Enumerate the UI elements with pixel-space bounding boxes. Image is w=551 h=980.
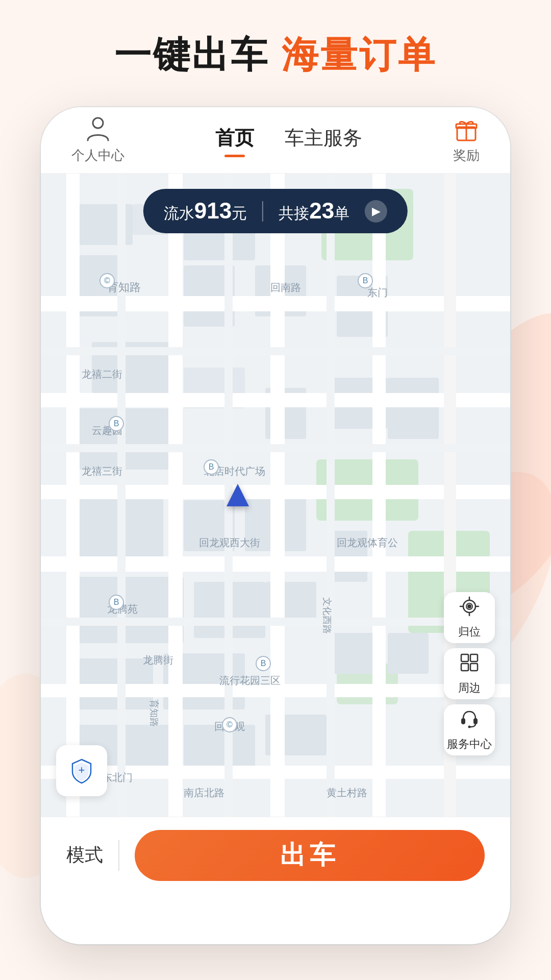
- svg-text:流行花园三区: 流行花园三区: [219, 675, 281, 686]
- svg-rect-93: [461, 654, 468, 662]
- nav-reward[interactable]: 奖励: [453, 116, 480, 164]
- nearby-label: 周边: [458, 680, 481, 696]
- svg-text:回龙观西大街: 回龙观西大街: [199, 537, 260, 548]
- svg-rect-35: [388, 378, 439, 439]
- svg-rect-96: [470, 664, 478, 671]
- svg-text:B: B: [363, 276, 368, 285]
- svg-rect-43: [66, 174, 80, 817]
- service-center-button[interactable]: 服务中心: [444, 704, 495, 755]
- svg-rect-97: [461, 718, 465, 724]
- svg-text:B: B: [261, 659, 266, 668]
- svg-text:龙禧三街: 龙禧三街: [82, 465, 122, 477]
- reward-label: 奖励: [453, 146, 480, 164]
- svg-text:东门: 东门: [367, 287, 388, 298]
- slogan-orange: 海量订单: [282, 34, 437, 75]
- nav-tabs: 首页 车主服务: [215, 125, 362, 155]
- svg-rect-49: [41, 444, 510, 452]
- start-driving-button[interactable]: 出车: [135, 830, 485, 881]
- svg-text:育知路: 育知路: [149, 699, 159, 727]
- bottom-divider: [118, 840, 119, 871]
- slogan-black: 一键出车: [114, 34, 269, 75]
- svg-text:龙禧二街: 龙禧二街: [82, 369, 122, 380]
- person-icon: [85, 116, 111, 142]
- stats-arrow[interactable]: ▶: [365, 200, 387, 223]
- bottom-bar: 模式 出车: [41, 817, 510, 893]
- nearby-icon: [459, 652, 480, 677]
- svg-text:回龙观体育公: 回龙观体育公: [337, 537, 398, 548]
- svg-rect-94: [470, 654, 478, 662]
- svg-point-87: [467, 604, 471, 608]
- svg-text:B: B: [209, 462, 214, 471]
- location-pin: [227, 484, 249, 506]
- phone-mockup: 个人中心 首页 车主服务: [41, 107, 510, 944]
- svg-rect-50: [41, 618, 510, 626]
- svg-rect-51: [117, 174, 126, 817]
- mode-button[interactable]: 模式: [66, 843, 103, 868]
- svg-text:+: +: [79, 764, 85, 776]
- svg-text:©: ©: [104, 276, 110, 285]
- svg-point-99: [468, 725, 471, 728]
- svg-text:B: B: [114, 598, 119, 606]
- gift-icon: [453, 116, 480, 142]
- app-nav: 个人中心 首页 车主服务: [41, 107, 510, 174]
- svg-rect-95: [461, 664, 468, 671]
- svg-rect-98: [473, 718, 478, 724]
- svg-text:回南路: 回南路: [270, 282, 301, 293]
- personal-center-label: 个人中心: [71, 146, 124, 164]
- shield-button[interactable]: +: [56, 745, 107, 796]
- svg-rect-44: [168, 174, 183, 817]
- svg-text:龙腾街: 龙腾街: [143, 654, 173, 666]
- headset-icon: [459, 708, 480, 733]
- svg-rect-46: [372, 174, 386, 817]
- svg-rect-45: [270, 174, 285, 817]
- stats-bar[interactable]: 流水913元 共接23单 ▶: [143, 189, 408, 233]
- locate-icon: [459, 596, 480, 621]
- map-controls: 归位 周边: [444, 592, 495, 755]
- service-label: 服务中心: [447, 737, 492, 752]
- svg-rect-53: [327, 174, 335, 817]
- orders-stat: 共接23单: [279, 198, 349, 224]
- map-container[interactable]: 育知路 龙禧二街 云趣园 龙禧三街 北店时代广场 回龙观西大街 回龙观体育公 龙…: [41, 174, 510, 817]
- svg-text:B: B: [114, 419, 119, 428]
- nearby-button[interactable]: 周边: [444, 648, 495, 699]
- svg-text:黄土村路: 黄土村路: [327, 787, 367, 798]
- map-background: 育知路 龙禧二街 云趣园 龙禧三街 北店时代广场 回龙观西大街 回龙观体育公 龙…: [41, 174, 510, 817]
- stats-divider: [262, 201, 263, 222]
- tab-home[interactable]: 首页: [215, 125, 254, 155]
- svg-point-0: [93, 118, 103, 128]
- tab-service[interactable]: 车主服务: [285, 125, 362, 155]
- svg-text:文化西路: 文化西路: [322, 597, 332, 634]
- svg-rect-34: [388, 633, 429, 674]
- header-slogan: 一键出车 海量订单: [0, 31, 551, 80]
- nav-personal-center[interactable]: 个人中心: [71, 116, 124, 164]
- svg-text:©: ©: [227, 720, 233, 729]
- locate-label: 归位: [458, 624, 481, 640]
- revenue-stat: 流水913元: [164, 198, 247, 224]
- svg-text:南店北路: 南店北路: [184, 787, 224, 798]
- svg-rect-48: [41, 347, 510, 355]
- locate-button[interactable]: 归位: [444, 592, 495, 643]
